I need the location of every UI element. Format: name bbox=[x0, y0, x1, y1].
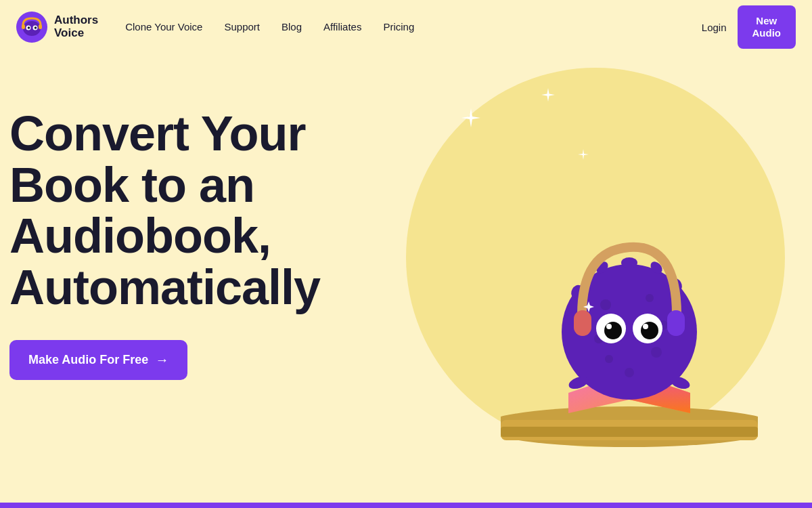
nav-item-clone[interactable]: Clone Your Voice bbox=[125, 21, 202, 33]
nav-link-clone[interactable]: Clone Your Voice bbox=[125, 21, 202, 33]
nav-link-affiliates[interactable]: Affiliates bbox=[323, 21, 361, 33]
svg-rect-10 bbox=[501, 427, 758, 437]
svg-point-23 bbox=[621, 257, 637, 268]
svg-point-18 bbox=[625, 368, 634, 377]
svg-point-30 bbox=[606, 324, 612, 329]
nav-link-pricing[interactable]: Pricing bbox=[383, 21, 414, 33]
nav-item-support[interactable]: Support bbox=[224, 21, 260, 33]
nav-item-pricing[interactable]: Pricing bbox=[383, 21, 414, 33]
logo-text: Authors Voice bbox=[54, 14, 98, 39]
navbar: Authors Voice Clone Your Voice Support B… bbox=[0, 0, 812, 54]
logo-name-line2: Voice bbox=[54, 27, 98, 40]
new-audio-button[interactable]: NewAudio bbox=[738, 5, 796, 49]
hero-title-line1: Convert Your bbox=[9, 106, 305, 161]
character-illustration bbox=[501, 129, 758, 454]
svg-point-17 bbox=[605, 355, 613, 363]
cta-label: Make Audio For Free bbox=[28, 353, 148, 367]
sparkle-3 bbox=[578, 149, 589, 163]
svg-point-4 bbox=[28, 26, 30, 29]
hero-section: Convert Your Book to an Audiobook, Autom… bbox=[0, 54, 812, 508]
make-audio-button[interactable]: Make Audio For Free → bbox=[9, 340, 187, 380]
sparkle-2 bbox=[541, 88, 555, 104]
svg-point-12 bbox=[600, 299, 611, 310]
hero-title-line4: Automatically bbox=[9, 260, 320, 314]
svg-point-28 bbox=[604, 322, 622, 339]
svg-rect-35 bbox=[574, 310, 591, 336]
nav-item-blog[interactable]: Blog bbox=[281, 21, 302, 33]
login-button[interactable]: Login bbox=[702, 22, 727, 33]
svg-point-16 bbox=[651, 347, 662, 358]
cta-arrow-icon: → bbox=[155, 352, 168, 368]
svg-rect-37 bbox=[667, 310, 685, 336]
svg-rect-6 bbox=[22, 24, 25, 29]
nav-right: Login NewAudio bbox=[702, 5, 796, 49]
svg-point-13 bbox=[646, 294, 654, 302]
nav-link-support[interactable]: Support bbox=[224, 21, 260, 33]
bottom-bar bbox=[0, 503, 812, 508]
logo-name-line1: Authors bbox=[54, 14, 98, 27]
nav-left: Authors Voice Clone Your Voice Support B… bbox=[16, 12, 414, 43]
sparkle-1 bbox=[461, 108, 480, 130]
hero-title-line3: Audiobook, bbox=[9, 209, 271, 263]
hero-title: Convert Your Book to an Audiobook, Autom… bbox=[9, 108, 320, 313]
svg-point-29 bbox=[641, 322, 658, 339]
svg-rect-7 bbox=[39, 24, 42, 29]
nav-links: Clone Your Voice Support Blog Affiliates… bbox=[125, 21, 414, 33]
hero-title-line2: Book to an bbox=[9, 158, 254, 212]
svg-point-31 bbox=[643, 324, 648, 329]
logo[interactable]: Authors Voice bbox=[16, 12, 98, 43]
nav-item-affiliates[interactable]: Affiliates bbox=[323, 21, 361, 33]
logo-icon bbox=[16, 12, 47, 43]
hero-content: Convert Your Book to an Audiobook, Autom… bbox=[9, 108, 320, 380]
svg-point-5 bbox=[35, 26, 37, 29]
nav-link-blog[interactable]: Blog bbox=[281, 21, 302, 33]
svg-point-1 bbox=[23, 21, 41, 36]
